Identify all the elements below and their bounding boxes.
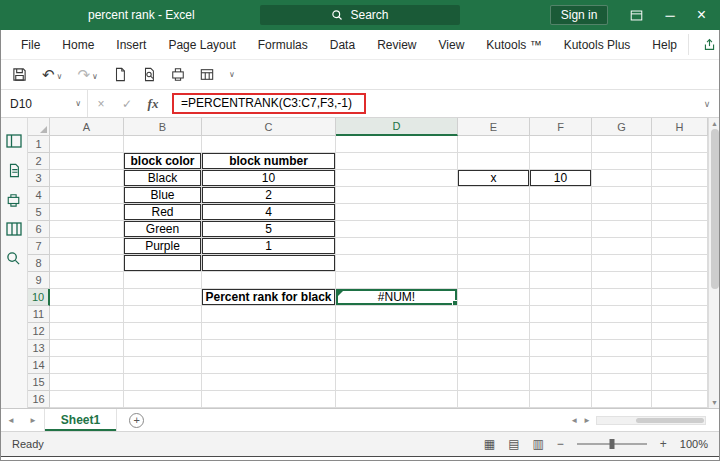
cell-h16[interactable] bbox=[652, 391, 708, 408]
cell-b11[interactable] bbox=[124, 306, 202, 323]
add-sheet-button[interactable]: + bbox=[129, 413, 144, 428]
undo-button[interactable]: ↶ ∨ bbox=[42, 68, 62, 82]
cell-h14[interactable] bbox=[652, 357, 708, 374]
zoom-level[interactable]: 100% bbox=[680, 438, 708, 450]
cell-g11[interactable] bbox=[592, 306, 652, 323]
row-header-5[interactable]: 5 bbox=[28, 204, 50, 221]
cell-b10[interactable] bbox=[124, 289, 202, 306]
cell-g13[interactable] bbox=[592, 340, 652, 357]
cell-h9[interactable] bbox=[652, 272, 708, 289]
minimize-icon[interactable]: ─ bbox=[665, 9, 674, 22]
column-header-h[interactable]: H bbox=[652, 118, 708, 136]
cell-d7[interactable] bbox=[336, 238, 458, 255]
cell-e14[interactable] bbox=[458, 357, 530, 374]
cell-c13[interactable] bbox=[202, 340, 336, 357]
cell-c9[interactable] bbox=[202, 272, 336, 289]
cell-a1[interactable] bbox=[50, 136, 124, 153]
expand-formula-bar-icon[interactable]: ∨ bbox=[694, 90, 720, 117]
cell-h5[interactable] bbox=[652, 204, 708, 221]
zoom-out-icon[interactable]: − bbox=[557, 437, 564, 451]
cell-d1[interactable] bbox=[336, 136, 458, 153]
cell-b16[interactable] bbox=[124, 391, 202, 408]
page-layout-view-icon[interactable]: ▤ bbox=[508, 437, 519, 451]
cell-d15[interactable] bbox=[336, 374, 458, 391]
cell-h13[interactable] bbox=[652, 340, 708, 357]
tab-kutools[interactable]: Kutools ™ bbox=[475, 30, 552, 59]
cell-g8[interactable] bbox=[592, 255, 652, 272]
row-header-7[interactable]: 7 bbox=[28, 238, 50, 255]
cell-a4[interactable] bbox=[50, 187, 124, 204]
tab-formulas[interactable]: Formulas bbox=[247, 30, 319, 59]
save-icon[interactable] bbox=[12, 67, 27, 82]
column-header-d[interactable]: D bbox=[336, 118, 458, 136]
ribbon-display-options-icon[interactable] bbox=[630, 9, 643, 22]
row-header-10[interactable]: 10 bbox=[28, 289, 50, 306]
cell-c8[interactable] bbox=[202, 255, 336, 272]
cell-h12[interactable] bbox=[652, 323, 708, 340]
enter-icon[interactable]: ✓ bbox=[114, 90, 140, 117]
cell-c6[interactable]: 5 bbox=[202, 221, 336, 238]
undo-dropdown-icon[interactable]: ∨ bbox=[57, 72, 63, 82]
row-header-9[interactable]: 9 bbox=[28, 272, 50, 289]
redo-button[interactable]: ↷ ∨ bbox=[77, 68, 97, 82]
cell-c15[interactable] bbox=[202, 374, 336, 391]
cell-d5[interactable] bbox=[336, 204, 458, 221]
column-header-c[interactable]: C bbox=[202, 118, 336, 136]
table-icon[interactable] bbox=[200, 67, 214, 82]
next-sheet-icon[interactable]: ► bbox=[22, 416, 44, 425]
cell-g5[interactable] bbox=[592, 204, 652, 221]
cell-b6[interactable]: Green bbox=[124, 221, 202, 238]
row-header-8[interactable]: 8 bbox=[28, 255, 50, 272]
cell-g10[interactable] bbox=[592, 289, 652, 306]
cell-d9[interactable] bbox=[336, 272, 458, 289]
cancel-icon[interactable]: × bbox=[88, 90, 114, 117]
customize-qat-icon[interactable]: ∨ bbox=[229, 70, 235, 80]
row-header-6[interactable]: 6 bbox=[28, 221, 50, 238]
tab-help[interactable]: Help bbox=[641, 30, 688, 59]
cell-e13[interactable] bbox=[458, 340, 530, 357]
cell-f2[interactable] bbox=[530, 153, 592, 170]
cell-e6[interactable] bbox=[458, 221, 530, 238]
formula-input-area[interactable]: =PERCENTRANK(C3:C7,F3,-1) bbox=[166, 90, 694, 117]
cell-a12[interactable] bbox=[50, 323, 124, 340]
cell-e1[interactable] bbox=[458, 136, 530, 153]
cell-f3[interactable]: 10 bbox=[530, 170, 592, 187]
tab-review[interactable]: Review bbox=[366, 30, 427, 59]
cell-e12[interactable] bbox=[458, 323, 530, 340]
row-header-15[interactable]: 15 bbox=[28, 374, 50, 391]
row-header-3[interactable]: 3 bbox=[28, 170, 50, 187]
column-header-e[interactable]: E bbox=[458, 118, 530, 136]
row-header-14[interactable]: 14 bbox=[28, 357, 50, 374]
fill-handle[interactable] bbox=[452, 300, 457, 305]
tab-home[interactable]: Home bbox=[51, 30, 105, 59]
cell-a13[interactable] bbox=[50, 340, 124, 357]
cell-c5[interactable]: 4 bbox=[202, 204, 336, 221]
name-box-dropdown-icon[interactable]: ∨ bbox=[75, 99, 81, 109]
cell-c3[interactable]: 10 bbox=[202, 170, 336, 187]
cell-e7[interactable] bbox=[458, 238, 530, 255]
cell-h8[interactable] bbox=[652, 255, 708, 272]
cell-c1[interactable] bbox=[202, 136, 336, 153]
cell-h4[interactable] bbox=[652, 187, 708, 204]
cell-e15[interactable] bbox=[458, 374, 530, 391]
cell-f10[interactable] bbox=[530, 289, 592, 306]
cell-a6[interactable] bbox=[50, 221, 124, 238]
cell-f5[interactable] bbox=[530, 204, 592, 221]
row-header-1[interactable]: 1 bbox=[28, 136, 50, 153]
quick-print-icon[interactable] bbox=[171, 67, 185, 82]
tab-data[interactable]: Data bbox=[319, 30, 366, 59]
cell-f4[interactable] bbox=[530, 187, 592, 204]
cell-d4[interactable] bbox=[336, 187, 458, 204]
cell-d14[interactable] bbox=[336, 357, 458, 374]
cell-a7[interactable] bbox=[50, 238, 124, 255]
cell-f8[interactable] bbox=[530, 255, 592, 272]
share-button[interactable]: Share bbox=[688, 34, 720, 54]
cell-g7[interactable] bbox=[592, 238, 652, 255]
row-header-4[interactable]: 4 bbox=[28, 187, 50, 204]
columns-icon[interactable] bbox=[6, 222, 22, 236]
cell-g1[interactable] bbox=[592, 136, 652, 153]
worksheet-icon[interactable] bbox=[7, 163, 21, 178]
cell-f14[interactable] bbox=[530, 357, 592, 374]
cell-b12[interactable] bbox=[124, 323, 202, 340]
cell-h1[interactable] bbox=[652, 136, 708, 153]
